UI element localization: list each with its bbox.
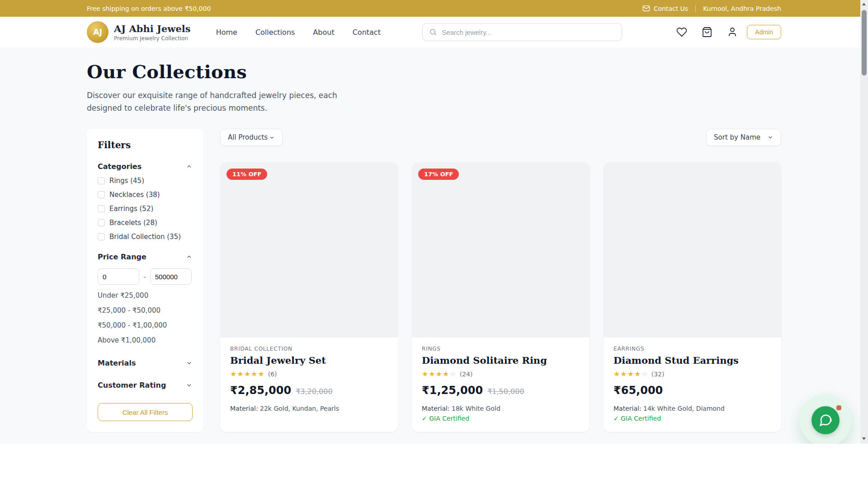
search-input[interactable] xyxy=(442,28,615,36)
material-label: Material: xyxy=(422,405,450,412)
shipping-notice: Free shipping on orders above ₹50,000 xyxy=(87,5,211,12)
filter-category-necklaces[interactable]: Necklaces (38) xyxy=(98,191,193,199)
nav-home[interactable]: Home xyxy=(216,28,237,37)
chat-bubble-icon xyxy=(819,413,832,427)
checkbox[interactable] xyxy=(98,205,105,212)
filter-label: Necklaces (38) xyxy=(109,191,160,199)
nav-contact[interactable]: Contact xyxy=(353,28,381,37)
category-select-value: All Products xyxy=(228,133,268,141)
material-label: Material: xyxy=(613,405,642,412)
product-price: ₹2,85,000 xyxy=(230,384,291,397)
product-price: ₹1,25,000 xyxy=(422,384,483,397)
scrollbar-up-arrow[interactable] xyxy=(862,3,866,5)
material-value: 18k White Gold xyxy=(452,405,500,412)
product-material: Material: 18k White Gold xyxy=(422,405,580,412)
clear-filters-button[interactable]: Clear All Filters xyxy=(98,403,193,421)
price-range-under-25k[interactable]: Under ₹25,000 xyxy=(98,291,193,300)
nav-about[interactable]: About xyxy=(313,28,334,37)
product-price: ₹65,000 xyxy=(613,384,663,397)
product-category: EARRINGS xyxy=(613,346,771,352)
discount-badge: 11% OFF xyxy=(226,169,267,180)
product-original-price: ₹1,50,000 xyxy=(487,387,524,396)
contact-us-link[interactable]: Contact Us xyxy=(642,5,688,12)
main-nav: Home Collections About Contact xyxy=(216,28,381,37)
sort-select[interactable]: Sort by Name xyxy=(706,129,781,146)
envelope-icon xyxy=(642,5,650,12)
page-title: Our Collections xyxy=(87,61,781,82)
filter-category-rings[interactable]: Rings (45) xyxy=(98,177,193,185)
product-image-placeholder: 17% OFF xyxy=(412,162,590,338)
wishlist-button[interactable] xyxy=(676,27,687,38)
product-card-diamond-solitaire-ring[interactable]: 17% OFF RINGS Diamond Solitaire Ring ★★★… xyxy=(412,162,590,432)
price-section-toggle[interactable]: Price Range xyxy=(98,253,193,261)
browser-viewport: Free shipping on orders above ₹50,000 Co… xyxy=(0,0,868,444)
material-value: 22k Gold, Kundan, Pearls xyxy=(260,405,339,412)
product-original-price: ₹3,20,000 xyxy=(296,387,332,396)
contact-us-label: Contact Us xyxy=(654,5,688,12)
star-icon-empty: ☆ xyxy=(449,370,456,378)
chevron-down-icon xyxy=(269,135,275,141)
account-button[interactable] xyxy=(727,27,738,38)
product-rating: ★★★★ ☆ (24) xyxy=(422,370,580,378)
star-icons-filled: ★★★★ xyxy=(422,370,449,378)
product-image-placeholder xyxy=(604,162,781,338)
search-bar[interactable] xyxy=(422,23,622,41)
filters-panel: Filters Categories Rings (45) Ne xyxy=(87,129,203,432)
filters-title: Filters xyxy=(98,140,193,150)
sort-select-value: Sort by Name xyxy=(714,133,760,141)
checkbox[interactable] xyxy=(98,177,105,184)
price-range-50k-1l[interactable]: ₹50,000 - ₹1,00,000 xyxy=(98,321,193,329)
chevron-down-icon xyxy=(186,382,193,389)
vertical-scrollbar[interactable] xyxy=(860,0,868,444)
announcement-bar: Free shipping on orders above ₹50,000 Co… xyxy=(0,0,868,17)
price-range-above-1l[interactable]: Above ₹1,00,000 xyxy=(98,336,193,344)
categories-section-toggle[interactable]: Categories xyxy=(98,162,193,171)
filter-category-earrings[interactable]: Earrings (52) xyxy=(98,205,193,213)
gia-certified-badge: ✓ GIA Certified xyxy=(613,415,771,422)
category-select[interactable]: All Products xyxy=(220,129,283,146)
cart-button[interactable] xyxy=(702,27,712,38)
product-category: BRIDAL COLLECTION xyxy=(230,346,388,352)
checkbox[interactable] xyxy=(98,233,105,240)
product-card-diamond-stud-earrings[interactable]: EARRINGS Diamond Stud Earrings ★★★★ ☆ (3… xyxy=(604,162,781,432)
filter-label: Rings (45) xyxy=(109,177,144,185)
material-label: Material: xyxy=(230,405,258,412)
materials-section-toggle[interactable]: Materials xyxy=(98,359,193,367)
product-rating: ★★★★ ☆ (32) xyxy=(613,370,771,378)
checkbox[interactable] xyxy=(98,219,105,226)
price-min-input[interactable] xyxy=(98,268,139,285)
topbar-divider xyxy=(695,5,696,12)
filter-category-bracelets[interactable]: Bracelets (28) xyxy=(98,219,193,227)
product-material: Material: 22k Gold, Kundan, Pearls xyxy=(230,405,388,412)
price-separator: - xyxy=(143,272,146,281)
scrollbar-thumb[interactable] xyxy=(862,10,867,75)
review-count: (32) xyxy=(651,371,665,378)
price-range-25k-50k[interactable]: ₹25,000 - ₹50,000 xyxy=(98,306,193,314)
gia-certified-badge: ✓ GIA Certified xyxy=(422,415,580,422)
scrollbar-down-arrow[interactable] xyxy=(862,437,866,440)
rating-label: Customer Rating xyxy=(98,381,166,389)
chat-notification-dot xyxy=(836,405,841,410)
product-card-bridal-jewelry-set[interactable]: 11% OFF BRIDAL COLLECTION Bridal Jewelry… xyxy=(220,162,398,432)
page-subtitle: Discover our exquisite range of handcraf… xyxy=(87,89,347,114)
filter-category-bridal[interactable]: Bridal Collection (35) xyxy=(98,233,193,241)
filter-label: Bracelets (28) xyxy=(109,219,157,227)
price-max-input[interactable] xyxy=(150,268,192,285)
admin-button[interactable]: Admin xyxy=(747,25,781,39)
logo-initials: AJ xyxy=(93,28,102,37)
product-name: Diamond Solitaire Ring xyxy=(422,355,580,366)
materials-label: Materials xyxy=(98,359,136,367)
chevron-down-icon xyxy=(186,360,193,366)
nav-collections[interactable]: Collections xyxy=(255,28,295,37)
product-name: Diamond Stud Earrings xyxy=(613,355,771,366)
chat-button[interactable] xyxy=(811,406,840,434)
brand-home-link[interactable]: AJ AJ Abhi Jewels Premium Jewelry Collec… xyxy=(87,21,191,43)
site-header: AJ AJ Abhi Jewels Premium Jewelry Collec… xyxy=(0,17,868,47)
products-section: All Products Sort by Name xyxy=(220,129,781,444)
star-icons-filled: ★★★★★ xyxy=(230,370,265,378)
rating-section-toggle[interactable]: Customer Rating xyxy=(98,381,193,389)
star-icon-empty: ☆ xyxy=(641,370,648,378)
search-icon xyxy=(429,28,437,36)
chevron-down-icon xyxy=(767,134,774,141)
checkbox[interactable] xyxy=(98,191,105,198)
